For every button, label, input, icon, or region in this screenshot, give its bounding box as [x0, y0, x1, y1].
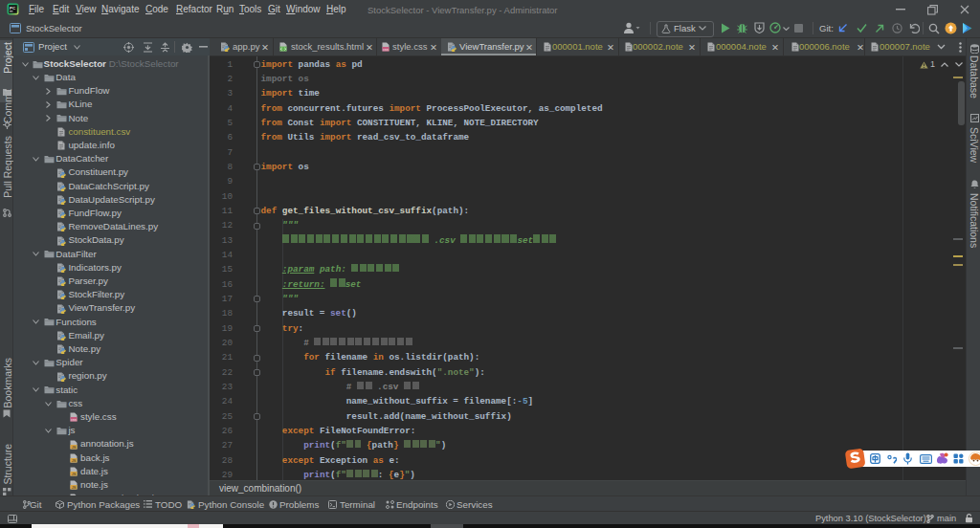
svg-text:PC: PC	[10, 6, 16, 11]
